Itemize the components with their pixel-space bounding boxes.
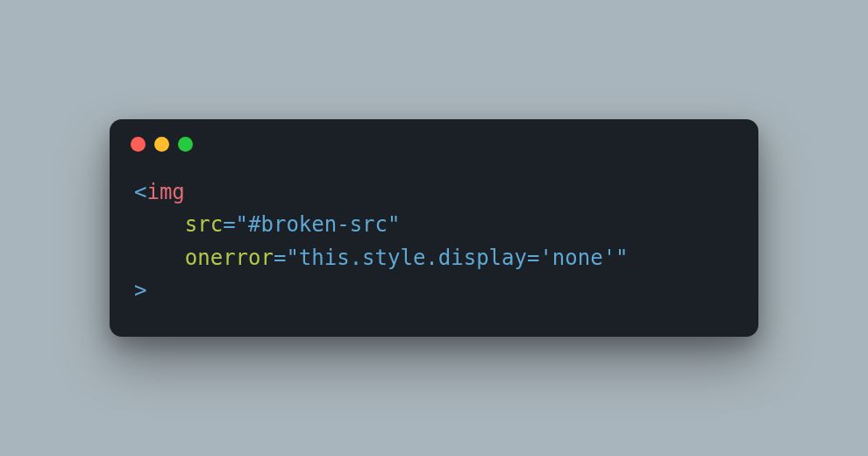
attr-onerror: onerror xyxy=(185,246,274,270)
window-titlebar xyxy=(110,119,758,155)
equals: = xyxy=(274,246,286,270)
code-window: <img src="#broken-src" onerror="this.sty… xyxy=(110,119,758,337)
src-value: "#broken-src" xyxy=(236,212,401,237)
indent xyxy=(134,212,185,237)
close-icon[interactable] xyxy=(131,137,146,152)
equals: = xyxy=(223,212,235,237)
tag-name: img xyxy=(146,180,184,204)
code-block: <img src="#broken-src" onerror="this.sty… xyxy=(110,155,758,337)
attr-src: src xyxy=(185,212,223,237)
maximize-icon[interactable] xyxy=(178,137,193,152)
indent xyxy=(134,246,185,270)
minimize-icon[interactable] xyxy=(154,137,169,152)
angle-close: > xyxy=(134,278,146,303)
onerror-value: "this.style.display='none'" xyxy=(286,246,628,270)
angle-open: < xyxy=(134,180,146,204)
